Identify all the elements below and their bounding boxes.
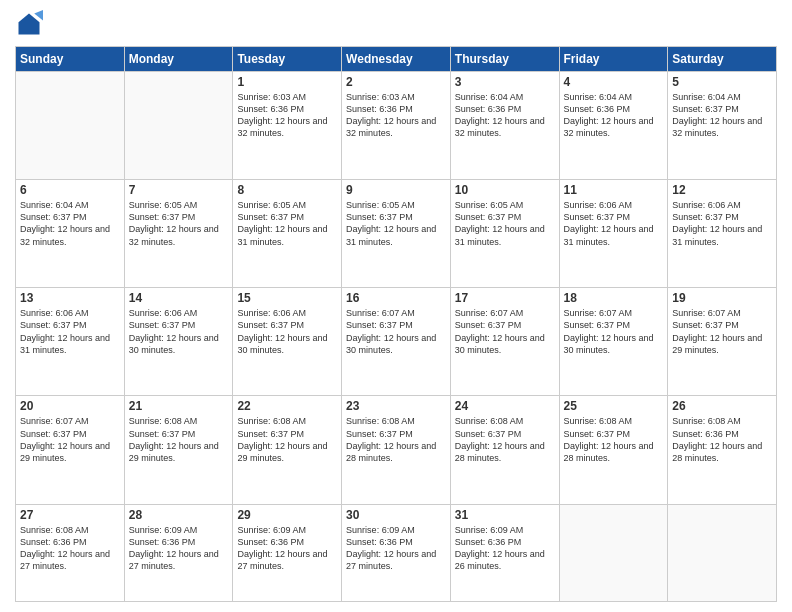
day-info: Sunrise: 6:07 AM Sunset: 6:37 PM Dayligh…: [672, 307, 772, 356]
day-number: 1: [237, 75, 337, 89]
day-info: Sunrise: 6:06 AM Sunset: 6:37 PM Dayligh…: [237, 307, 337, 356]
day-number: 21: [129, 399, 229, 413]
day-cell: 27Sunrise: 6:08 AM Sunset: 6:36 PM Dayli…: [16, 504, 125, 601]
day-cell: 22Sunrise: 6:08 AM Sunset: 6:37 PM Dayli…: [233, 396, 342, 504]
day-number: 22: [237, 399, 337, 413]
calendar-table: SundayMondayTuesdayWednesdayThursdayFrid…: [15, 46, 777, 602]
day-cell: [124, 72, 233, 180]
day-cell: 23Sunrise: 6:08 AM Sunset: 6:37 PM Dayli…: [342, 396, 451, 504]
day-cell: 12Sunrise: 6:06 AM Sunset: 6:37 PM Dayli…: [668, 180, 777, 288]
day-cell: 16Sunrise: 6:07 AM Sunset: 6:37 PM Dayli…: [342, 288, 451, 396]
day-cell: 17Sunrise: 6:07 AM Sunset: 6:37 PM Dayli…: [450, 288, 559, 396]
day-cell: 30Sunrise: 6:09 AM Sunset: 6:36 PM Dayli…: [342, 504, 451, 601]
day-cell: 1Sunrise: 6:03 AM Sunset: 6:36 PM Daylig…: [233, 72, 342, 180]
day-cell: 11Sunrise: 6:06 AM Sunset: 6:37 PM Dayli…: [559, 180, 668, 288]
day-number: 28: [129, 508, 229, 522]
day-number: 15: [237, 291, 337, 305]
day-number: 29: [237, 508, 337, 522]
week-row-2: 13Sunrise: 6:06 AM Sunset: 6:37 PM Dayli…: [16, 288, 777, 396]
day-info: Sunrise: 6:04 AM Sunset: 6:37 PM Dayligh…: [672, 91, 772, 140]
day-number: 24: [455, 399, 555, 413]
day-cell: [16, 72, 125, 180]
logo-icon: [15, 10, 43, 38]
day-info: Sunrise: 6:05 AM Sunset: 6:37 PM Dayligh…: [237, 199, 337, 248]
day-number: 23: [346, 399, 446, 413]
day-info: Sunrise: 6:04 AM Sunset: 6:36 PM Dayligh…: [455, 91, 555, 140]
day-cell: 8Sunrise: 6:05 AM Sunset: 6:37 PM Daylig…: [233, 180, 342, 288]
day-cell: [668, 504, 777, 601]
day-number: 4: [564, 75, 664, 89]
day-info: Sunrise: 6:08 AM Sunset: 6:37 PM Dayligh…: [129, 415, 229, 464]
day-cell: 7Sunrise: 6:05 AM Sunset: 6:37 PM Daylig…: [124, 180, 233, 288]
week-row-3: 20Sunrise: 6:07 AM Sunset: 6:37 PM Dayli…: [16, 396, 777, 504]
day-number: 9: [346, 183, 446, 197]
day-info: Sunrise: 6:03 AM Sunset: 6:36 PM Dayligh…: [346, 91, 446, 140]
weekday-thursday: Thursday: [450, 47, 559, 72]
day-number: 7: [129, 183, 229, 197]
day-number: 18: [564, 291, 664, 305]
week-row-0: 1Sunrise: 6:03 AM Sunset: 6:36 PM Daylig…: [16, 72, 777, 180]
svg-marker-1: [34, 10, 43, 21]
day-number: 3: [455, 75, 555, 89]
day-info: Sunrise: 6:04 AM Sunset: 6:36 PM Dayligh…: [564, 91, 664, 140]
day-number: 11: [564, 183, 664, 197]
day-cell: 9Sunrise: 6:05 AM Sunset: 6:37 PM Daylig…: [342, 180, 451, 288]
day-cell: 20Sunrise: 6:07 AM Sunset: 6:37 PM Dayli…: [16, 396, 125, 504]
day-cell: 14Sunrise: 6:06 AM Sunset: 6:37 PM Dayli…: [124, 288, 233, 396]
day-info: Sunrise: 6:08 AM Sunset: 6:36 PM Dayligh…: [20, 524, 120, 573]
day-cell: 18Sunrise: 6:07 AM Sunset: 6:37 PM Dayli…: [559, 288, 668, 396]
day-number: 14: [129, 291, 229, 305]
day-cell: 3Sunrise: 6:04 AM Sunset: 6:36 PM Daylig…: [450, 72, 559, 180]
day-info: Sunrise: 6:07 AM Sunset: 6:37 PM Dayligh…: [20, 415, 120, 464]
day-info: Sunrise: 6:08 AM Sunset: 6:37 PM Dayligh…: [346, 415, 446, 464]
day-info: Sunrise: 6:06 AM Sunset: 6:37 PM Dayligh…: [672, 199, 772, 248]
day-info: Sunrise: 6:08 AM Sunset: 6:36 PM Dayligh…: [672, 415, 772, 464]
day-info: Sunrise: 6:06 AM Sunset: 6:37 PM Dayligh…: [129, 307, 229, 356]
week-row-4: 27Sunrise: 6:08 AM Sunset: 6:36 PM Dayli…: [16, 504, 777, 601]
day-cell: 4Sunrise: 6:04 AM Sunset: 6:36 PM Daylig…: [559, 72, 668, 180]
day-number: 10: [455, 183, 555, 197]
weekday-wednesday: Wednesday: [342, 47, 451, 72]
day-cell: 6Sunrise: 6:04 AM Sunset: 6:37 PM Daylig…: [16, 180, 125, 288]
day-info: Sunrise: 6:07 AM Sunset: 6:37 PM Dayligh…: [455, 307, 555, 356]
day-number: 26: [672, 399, 772, 413]
day-number: 17: [455, 291, 555, 305]
day-number: 12: [672, 183, 772, 197]
weekday-monday: Monday: [124, 47, 233, 72]
svg-marker-0: [19, 14, 40, 35]
logo: [15, 10, 47, 38]
day-number: 5: [672, 75, 772, 89]
day-number: 30: [346, 508, 446, 522]
weekday-header-row: SundayMondayTuesdayWednesdayThursdayFrid…: [16, 47, 777, 72]
day-cell: 21Sunrise: 6:08 AM Sunset: 6:37 PM Dayli…: [124, 396, 233, 504]
day-info: Sunrise: 6:04 AM Sunset: 6:37 PM Dayligh…: [20, 199, 120, 248]
day-cell: 5Sunrise: 6:04 AM Sunset: 6:37 PM Daylig…: [668, 72, 777, 180]
day-cell: 31Sunrise: 6:09 AM Sunset: 6:36 PM Dayli…: [450, 504, 559, 601]
day-info: Sunrise: 6:03 AM Sunset: 6:36 PM Dayligh…: [237, 91, 337, 140]
day-cell: 19Sunrise: 6:07 AM Sunset: 6:37 PM Dayli…: [668, 288, 777, 396]
day-info: Sunrise: 6:07 AM Sunset: 6:37 PM Dayligh…: [564, 307, 664, 356]
day-number: 13: [20, 291, 120, 305]
day-info: Sunrise: 6:09 AM Sunset: 6:36 PM Dayligh…: [346, 524, 446, 573]
day-number: 31: [455, 508, 555, 522]
day-info: Sunrise: 6:05 AM Sunset: 6:37 PM Dayligh…: [346, 199, 446, 248]
day-cell: 15Sunrise: 6:06 AM Sunset: 6:37 PM Dayli…: [233, 288, 342, 396]
weekday-friday: Friday: [559, 47, 668, 72]
day-number: 27: [20, 508, 120, 522]
day-cell: 25Sunrise: 6:08 AM Sunset: 6:37 PM Dayli…: [559, 396, 668, 504]
weekday-sunday: Sunday: [16, 47, 125, 72]
header: [15, 10, 777, 38]
day-info: Sunrise: 6:08 AM Sunset: 6:37 PM Dayligh…: [564, 415, 664, 464]
day-cell: [559, 504, 668, 601]
day-cell: 26Sunrise: 6:08 AM Sunset: 6:36 PM Dayli…: [668, 396, 777, 504]
day-number: 16: [346, 291, 446, 305]
day-cell: 24Sunrise: 6:08 AM Sunset: 6:37 PM Dayli…: [450, 396, 559, 504]
day-info: Sunrise: 6:08 AM Sunset: 6:37 PM Dayligh…: [237, 415, 337, 464]
day-info: Sunrise: 6:08 AM Sunset: 6:37 PM Dayligh…: [455, 415, 555, 464]
day-cell: 10Sunrise: 6:05 AM Sunset: 6:37 PM Dayli…: [450, 180, 559, 288]
day-number: 6: [20, 183, 120, 197]
day-info: Sunrise: 6:06 AM Sunset: 6:37 PM Dayligh…: [20, 307, 120, 356]
day-cell: 13Sunrise: 6:06 AM Sunset: 6:37 PM Dayli…: [16, 288, 125, 396]
week-row-1: 6Sunrise: 6:04 AM Sunset: 6:37 PM Daylig…: [16, 180, 777, 288]
day-info: Sunrise: 6:06 AM Sunset: 6:37 PM Dayligh…: [564, 199, 664, 248]
